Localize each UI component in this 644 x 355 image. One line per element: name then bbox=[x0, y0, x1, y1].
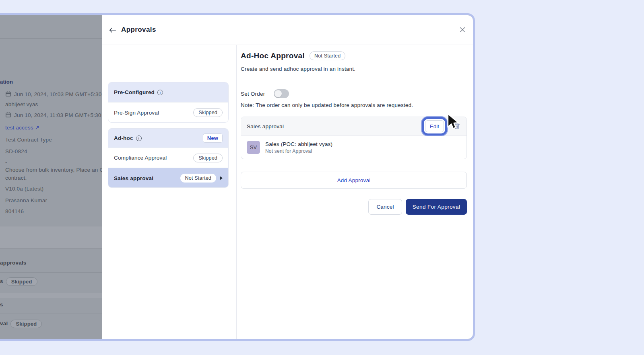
approval-card-title: Sales approval bbox=[247, 123, 284, 129]
approvals-modal: Approvals Pre-Configured Pre-Sign Approv… bbox=[102, 15, 473, 339]
description-line2: contract. bbox=[5, 175, 27, 181]
status-badge: Skipped bbox=[193, 108, 223, 117]
contract-type: Test Contract Type bbox=[5, 137, 52, 143]
status-badge: Skipped bbox=[6, 277, 37, 286]
group-header-label: Ad-hoc bbox=[114, 135, 133, 141]
group-header-pre-configured: Pre-Configured bbox=[108, 82, 228, 103]
sales-approval-card: Sales approval Edit SV Sales (POC: abhij… bbox=[241, 117, 467, 159]
background-section-heading: ation bbox=[0, 79, 13, 85]
info-icon[interactable] bbox=[136, 135, 142, 141]
description-line1: Choose from bulk inventory, Place an O bbox=[5, 167, 104, 173]
dash-value: - bbox=[5, 159, 7, 165]
set-order-label: Set Order bbox=[241, 91, 265, 97]
chevron-right-icon bbox=[220, 176, 223, 180]
pane-title: Ad-Hoc Approval bbox=[241, 51, 305, 60]
status-badge: Skipped bbox=[193, 154, 223, 162]
divider bbox=[0, 226, 102, 226]
toggle-knob bbox=[275, 90, 282, 97]
divider bbox=[0, 314, 102, 314]
avatar: SV bbox=[247, 141, 260, 154]
status-badge: Skipped bbox=[10, 320, 42, 328]
edit-button[interactable]: Edit bbox=[425, 120, 444, 132]
approver-name: Sales (POC: abhijeet vyas) bbox=[265, 141, 332, 147]
add-approval-button[interactable]: Add Approval bbox=[241, 172, 467, 189]
external-link-icon: ↗ bbox=[35, 125, 40, 131]
sidebar-item-label: Compliance Approval bbox=[114, 155, 167, 161]
approver-row: SV Sales (POC: abhijeet vyas) Not sent f… bbox=[241, 136, 466, 159]
trash-icon bbox=[453, 122, 460, 130]
back-arrow-icon[interactable] bbox=[108, 26, 117, 35]
set-order-toggle[interactable] bbox=[274, 89, 289, 98]
sidebar-item-label: Pre-Sign Approval bbox=[114, 110, 159, 116]
divider bbox=[0, 38, 102, 39]
group-header-label: Pre-Configured bbox=[114, 89, 155, 95]
person-name: Prasanna Kumar bbox=[5, 197, 47, 203]
sidebar-item-pre-sign-approval[interactable]: Pre-Sign Approval Skipped bbox=[108, 103, 228, 123]
sidebar-divider bbox=[236, 45, 237, 339]
version: V10.0a (Latest) bbox=[5, 186, 43, 192]
order-note: Note: The order can only be updated befo… bbox=[241, 102, 413, 108]
approver-status: Not sent for Approval bbox=[265, 148, 332, 154]
sidebar-item-sales-approval[interactable]: Sales approval Not Started bbox=[108, 168, 228, 188]
modal-footer: Cancel Send For Approval bbox=[241, 199, 467, 215]
approvals-sidebar: Pre-Configured Pre-Sign Approval Skipped… bbox=[102, 45, 236, 339]
set-order-row: Set Order bbox=[241, 89, 289, 98]
delete-approval-button[interactable] bbox=[453, 122, 461, 130]
background-page: ation Jun 10, 2024, 10:03 PM GMT+5:30 ab… bbox=[0, 15, 102, 339]
pane-description: Create and send adhoc approval in an ins… bbox=[241, 66, 355, 72]
contract-id: SD-0824 bbox=[5, 148, 27, 154]
calendar-icon bbox=[5, 91, 11, 97]
section-band bbox=[0, 226, 102, 248]
group-header-ad-hoc: Ad-hoc New bbox=[108, 129, 228, 148]
number-value: 804146 bbox=[5, 208, 24, 214]
divider bbox=[0, 248, 102, 249]
modal-header: Approvals bbox=[102, 15, 473, 45]
updated-date-row: Jun 10, 2024, 11:03 PM GMT+5:30 bbox=[5, 112, 101, 118]
ad-hoc-approval-pane: Ad-Hoc Approval Not Started Create and s… bbox=[241, 45, 467, 339]
updated-date: Jun 10, 2024, 11:03 PM GMT+5:30 bbox=[14, 112, 101, 118]
new-badge: New bbox=[203, 133, 223, 143]
status-badge: Not Started bbox=[180, 174, 216, 183]
test-access-link[interactable]: test access ↗ bbox=[5, 124, 39, 131]
approval-card-header: Sales approval Edit bbox=[241, 117, 466, 136]
created-date: Jun 10, 2024, 10:03 PM GMT+5:30 bbox=[14, 91, 101, 97]
status-badge: Not Started bbox=[310, 51, 345, 60]
app-screenshot-frame: ation Jun 10, 2024, 10:03 PM GMT+5:30 ab… bbox=[0, 13, 475, 341]
background-approval-row: sSkipped bbox=[0, 277, 37, 286]
cancel-button[interactable]: Cancel bbox=[368, 199, 402, 215]
background-sub-heading: s bbox=[0, 302, 3, 308]
ad-hoc-group: Ad-hoc New Compliance Approval Skipped S… bbox=[108, 128, 229, 188]
approvals-heading: approvals bbox=[0, 260, 27, 266]
created-date-row: Jun 10, 2024, 10:03 PM GMT+5:30 bbox=[5, 91, 101, 97]
modal-title: Approvals bbox=[121, 26, 156, 34]
info-icon[interactable] bbox=[157, 90, 163, 95]
divider bbox=[0, 272, 102, 273]
sidebar-item-label: Sales approval bbox=[114, 175, 153, 181]
section-band bbox=[0, 293, 102, 298]
owner-name: abhijeet vyas bbox=[5, 101, 38, 107]
sidebar-item-compliance-approval[interactable]: Compliance Approval Skipped bbox=[108, 148, 228, 168]
pre-configured-group: Pre-Configured Pre-Sign Approval Skipped bbox=[108, 82, 229, 123]
send-for-approval-button[interactable]: Send For Approval bbox=[406, 199, 467, 215]
close-icon[interactable] bbox=[459, 26, 466, 33]
calendar-icon bbox=[5, 112, 11, 118]
background-approval-row: valSkipped bbox=[0, 320, 42, 328]
